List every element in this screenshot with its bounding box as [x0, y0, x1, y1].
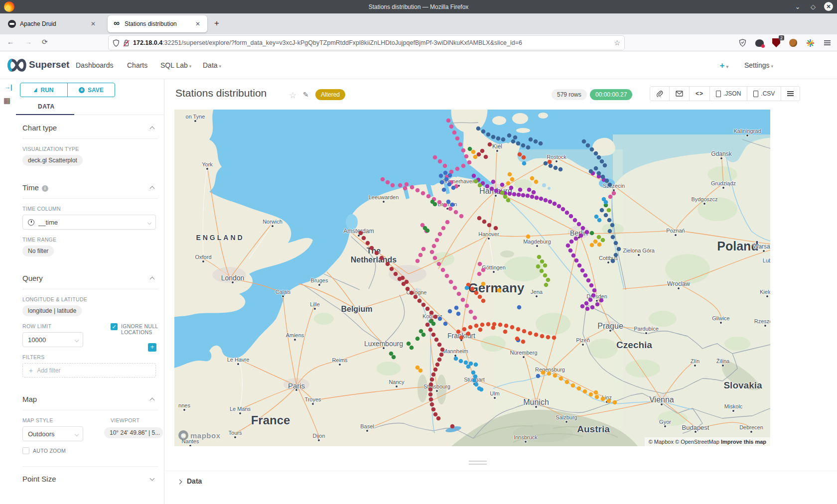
- favorite-star-icon[interactable]: ☆: [289, 90, 296, 101]
- tab-data[interactable]: DATA: [38, 103, 55, 110]
- chevron-up-icon: [150, 186, 155, 191]
- chevron-up-icon: [150, 398, 155, 403]
- time-column-select[interactable]: __time: [22, 215, 156, 230]
- time-range-label: TIME RANGE: [22, 237, 164, 243]
- multi-account-mask-icon[interactable]: [754, 38, 764, 48]
- attrib-osm[interactable]: © OpenStreetMap: [675, 439, 719, 445]
- altered-badge: Altered: [315, 89, 345, 100]
- viz-type-value[interactable]: deck.gl Scatterplot: [22, 155, 83, 166]
- cookie-extension-icon[interactable]: [788, 38, 798, 48]
- file-icon: [716, 91, 721, 97]
- window-title: Stations distribution — Mozilla Firefox: [369, 3, 469, 10]
- save-button[interactable]: + SAVE: [67, 83, 115, 97]
- time-range-value[interactable]: No filter: [22, 246, 54, 256]
- attrib-improve-link[interactable]: Improve this map: [721, 439, 766, 445]
- ublock-icon[interactable]: 2: [771, 38, 781, 48]
- insecure-lock-icon[interactable]: [123, 39, 130, 47]
- bookmark-star-icon[interactable]: ☆: [614, 39, 620, 47]
- lonlat-value[interactable]: longitude | latitude: [22, 305, 82, 316]
- time-column-label: TIME COLUMN: [22, 206, 164, 212]
- chevron-up-icon: [150, 277, 155, 282]
- chart-menu-button[interactable]: [781, 87, 800, 101]
- tab-apache-druid[interactable]: Apache Druid ✕: [3, 15, 103, 32]
- row-limit-select[interactable]: 10000: [22, 332, 83, 347]
- map-style-label: MAP STYLE: [22, 417, 164, 423]
- window-shade-icon[interactable]: ⌄: [793, 2, 802, 11]
- add-filter-box[interactable]: + Add filter: [22, 363, 156, 378]
- expand-panel-icon[interactable]: →|: [4, 83, 12, 91]
- nav-data[interactable]: Data▾: [203, 61, 221, 69]
- section-point-size[interactable]: Point Size: [22, 466, 158, 490]
- viewport-value[interactable]: 10° 24' 49.86" | 5...: [104, 427, 163, 438]
- auto-zoom-checkbox[interactable]: AUTO ZOOM: [22, 447, 164, 454]
- section-chart-type[interactable]: Chart type: [22, 117, 158, 139]
- embed-code-button[interactable]: <>: [689, 87, 709, 101]
- export-json-button[interactable]: .JSON: [709, 87, 747, 101]
- dataset-grid-icon[interactable]: ▦: [3, 96, 10, 105]
- superset-logo[interactable]: [6, 57, 28, 73]
- chevron-down-icon: [150, 476, 155, 481]
- control-panel: RUN + SAVE DATA Chart type VISUALIZATION…: [16, 79, 164, 504]
- brand-name[interactable]: Superset: [29, 59, 69, 70]
- checkbox-checked-icon[interactable]: ✓: [111, 323, 118, 330]
- forward-icon[interactable]: →: [25, 38, 32, 46]
- back-icon[interactable]: ←: [7, 38, 14, 46]
- window-maximize-icon[interactable]: ◇: [809, 2, 818, 11]
- info-icon: i: [42, 185, 48, 192]
- panel-tabs: DATA: [16, 100, 164, 115]
- section-query[interactable]: Query: [22, 267, 158, 289]
- save-icon: +: [79, 87, 85, 93]
- hamburger-icon: [787, 93, 794, 94]
- copy-link-button[interactable]: [650, 87, 669, 101]
- section-time[interactable]: Timei: [22, 177, 158, 199]
- ignore-null-checkbox[interactable]: ✓ IGNORE NULL LOCATIONS: [111, 323, 160, 335]
- superset-navbar: Superset Dashboards Charts SQL Lab▾ Data…: [0, 51, 837, 79]
- chevron-right-icon: [177, 480, 182, 485]
- filters-label: FILTERS: [22, 354, 164, 360]
- window-titlebar[interactable]: Stations distribution — Mozilla Firefox …: [0, 0, 837, 13]
- map-style-select[interactable]: Outdoors: [22, 426, 83, 441]
- nav-dashboards[interactable]: Dashboards: [76, 61, 114, 69]
- tab-bar: Apache Druid ✕ ∞ Stations distribution ✕…: [0, 13, 837, 34]
- plus-icon: +: [29, 367, 33, 375]
- druid-icon: [8, 20, 16, 28]
- chevron-down-icon: [75, 338, 79, 342]
- tab-close-icon[interactable]: ✕: [89, 19, 98, 28]
- lightning-icon: [33, 88, 38, 92]
- chevron-down-icon: [75, 432, 79, 436]
- active-tab-underline: [16, 114, 74, 115]
- tab-close-icon[interactable]: ✕: [193, 19, 202, 28]
- section-map[interactable]: Map: [22, 388, 158, 410]
- url-bar[interactable]: 172.18.0.4 :32251/superset/explore/?form…: [109, 36, 624, 50]
- tracking-shield-icon[interactable]: [113, 39, 120, 47]
- mapbox-logo[interactable]: ◉ mapbox: [178, 430, 221, 440]
- pocket-shield-icon[interactable]: [737, 38, 747, 48]
- pinwheel-extension-icon[interactable]: [805, 38, 815, 48]
- reload-icon[interactable]: ⟳: [42, 38, 48, 46]
- email-button[interactable]: [669, 87, 689, 101]
- run-button[interactable]: RUN: [20, 83, 67, 97]
- data-results-collapse[interactable]: Data: [165, 471, 837, 494]
- add-filter-plus-button[interactable]: +: [148, 343, 156, 352]
- attrib-mapbox[interactable]: © Mapbox: [649, 439, 674, 445]
- new-tab-button[interactable]: +: [214, 18, 219, 28]
- browser-toolbar: ← → ⟳ 172.18.0.4 :32251/superset/explore…: [0, 34, 837, 51]
- edit-properties-icon[interactable]: ✎: [303, 91, 309, 99]
- map-canvas[interactable]: on TyneYorkNorwichENGLANDOxfordLondonCal…: [174, 110, 770, 446]
- export-csv-button[interactable]: .CSV: [747, 87, 781, 101]
- chart-title: Stations distribution: [175, 87, 267, 99]
- panel-resize-handle[interactable]: [469, 461, 487, 465]
- menu-icon[interactable]: [822, 38, 832, 48]
- tab-stations-distribution[interactable]: ∞ Stations distribution ✕: [108, 15, 207, 32]
- nav-charts[interactable]: Charts: [127, 61, 147, 69]
- mapbox-pin-icon: ◉: [178, 430, 188, 440]
- url-host: 172.18.0.4: [133, 39, 162, 46]
- nav-sql-lab[interactable]: SQL Lab▾: [160, 61, 191, 69]
- settings-menu[interactable]: Settings▾: [744, 61, 773, 69]
- checkbox-unchecked-icon[interactable]: [22, 447, 29, 454]
- viewport-label: VIEWPORT: [111, 417, 140, 423]
- new-item-button[interactable]: +▾: [720, 61, 728, 71]
- window-close-icon[interactable]: ✕: [824, 2, 833, 11]
- run-save-group: RUN + SAVE: [20, 83, 115, 97]
- ublock-badge: 2: [779, 35, 784, 40]
